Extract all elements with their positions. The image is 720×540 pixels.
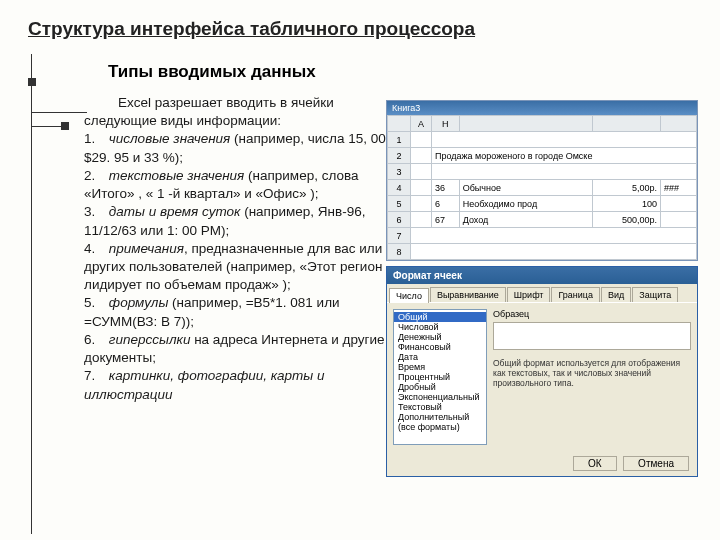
row-header[interactable]: 3 xyxy=(388,164,411,180)
col-header[interactable]: Н xyxy=(431,116,459,132)
col-header[interactable]: А xyxy=(411,116,432,132)
cell[interactable] xyxy=(411,180,432,196)
cell[interactable] xyxy=(411,132,432,148)
list-item: 4. примечания, предназначенные для вас и… xyxy=(84,240,404,295)
list-item: 3. даты и время суток (например, Янв-96,… xyxy=(84,203,404,239)
dialog-tabs: Число Выравнивание Шрифт Граница Вид Защ… xyxy=(387,284,697,302)
cell[interactable]: 500,00р. xyxy=(592,212,661,228)
dialog-title: Формат ячеек xyxy=(387,267,697,284)
tab-protection[interactable]: Защита xyxy=(632,287,678,302)
col-header[interactable] xyxy=(459,116,592,132)
list-item: 2. текстовые значения (например, слова «… xyxy=(84,167,404,203)
cell[interactable]: Обычное xyxy=(459,180,592,196)
format-list[interactable]: Общий Числовой Денежный Финансовый Дата … xyxy=(393,309,487,445)
spreadsheet-grid[interactable]: А Н 1 2Продажа мороженого в городе Омске… xyxy=(387,115,697,260)
row-header[interactable]: 4 xyxy=(388,180,411,196)
tab-font[interactable]: Шрифт xyxy=(507,287,551,302)
cell[interactable] xyxy=(411,212,432,228)
sample-label: Образец xyxy=(493,309,691,319)
lead-text: Excel разрешает вводить в ячейки следующ… xyxy=(84,94,404,130)
format-cells-dialog: Формат ячеек Число Выравнивание Шрифт Гр… xyxy=(386,266,698,477)
list-item[interactable]: Дополнительный xyxy=(394,412,486,422)
cell[interactable] xyxy=(431,132,696,148)
sample-box xyxy=(493,322,691,350)
row-header[interactable]: 8 xyxy=(388,244,411,260)
list-item[interactable]: Числовой xyxy=(394,322,486,332)
list-item[interactable]: Время xyxy=(394,362,486,372)
decoration-tick xyxy=(31,112,87,113)
page-subtitle: Типы вводимых данных xyxy=(108,62,692,82)
tab-number[interactable]: Число xyxy=(389,288,429,303)
row-header[interactable]: 7 xyxy=(388,228,411,244)
cell[interactable]: Доход xyxy=(459,212,592,228)
cell[interactable] xyxy=(661,212,697,228)
body-text: Excel разрешает вводить в ячейки следующ… xyxy=(84,94,404,404)
format-description: Общий формат используется для отображени… xyxy=(493,356,691,391)
tab-border[interactable]: Граница xyxy=(551,287,600,302)
cell[interactable] xyxy=(411,244,697,260)
cell[interactable] xyxy=(411,148,432,164)
page-title: Структура интерфейса табличного процессо… xyxy=(28,18,692,40)
cell[interactable]: 100 xyxy=(592,196,661,212)
cell[interactable] xyxy=(411,228,697,244)
list-item[interactable]: (все форматы) xyxy=(394,422,486,432)
tab-fill[interactable]: Вид xyxy=(601,287,631,302)
list-item[interactable]: Денежный xyxy=(394,332,486,342)
row-header[interactable]: 1 xyxy=(388,132,411,148)
row-header[interactable]: 5 xyxy=(388,196,411,212)
cell[interactable]: 6 xyxy=(431,196,459,212)
list-item[interactable]: Экспоненциальный xyxy=(394,392,486,402)
col-header[interactable] xyxy=(661,116,697,132)
cell[interactable]: 36 xyxy=(431,180,459,196)
cell[interactable]: 5,00р. xyxy=(592,180,661,196)
cell[interactable] xyxy=(431,164,696,180)
decoration-tick xyxy=(31,126,65,127)
cell[interactable]: Продажа мороженого в городе Омске xyxy=(431,148,696,164)
list-item[interactable]: Процентный xyxy=(394,372,486,382)
list-item: 1. числовые значения (например, числа 15… xyxy=(84,130,404,166)
row-header[interactable]: 2 xyxy=(388,148,411,164)
list-item: 5. формулы (например, =В5*1. 081 или =СУ… xyxy=(84,294,404,330)
workbook-title: Книга3 xyxy=(387,101,697,115)
cell[interactable] xyxy=(411,164,432,180)
list-item: 7. картинки, фотографии, карты и иллюстр… xyxy=(84,367,404,403)
list-item: 6. гиперссылки на адреса Интернета и дру… xyxy=(84,331,404,367)
list-item[interactable]: Общий xyxy=(394,312,486,322)
list-item[interactable]: Дата xyxy=(394,352,486,362)
list-item[interactable]: Текстовый xyxy=(394,402,486,412)
cell[interactable] xyxy=(661,196,697,212)
tab-alignment[interactable]: Выравнивание xyxy=(430,287,506,302)
list-item[interactable]: Финансовый xyxy=(394,342,486,352)
cancel-button[interactable]: Отмена xyxy=(623,456,689,471)
col-header[interactable] xyxy=(592,116,661,132)
cell[interactable]: Необходимо прод xyxy=(459,196,592,212)
cell[interactable]: 67 xyxy=(431,212,459,228)
row-header[interactable]: 6 xyxy=(388,212,411,228)
ok-button[interactable]: ОК xyxy=(573,456,617,471)
workbook-window: Книга3 А Н 1 2Продажа мороженого в город… xyxy=(386,100,698,261)
cell[interactable] xyxy=(411,196,432,212)
corner-cell[interactable] xyxy=(388,116,411,132)
cell[interactable]: ### xyxy=(661,180,697,196)
list-item[interactable]: Дробный xyxy=(394,382,486,392)
